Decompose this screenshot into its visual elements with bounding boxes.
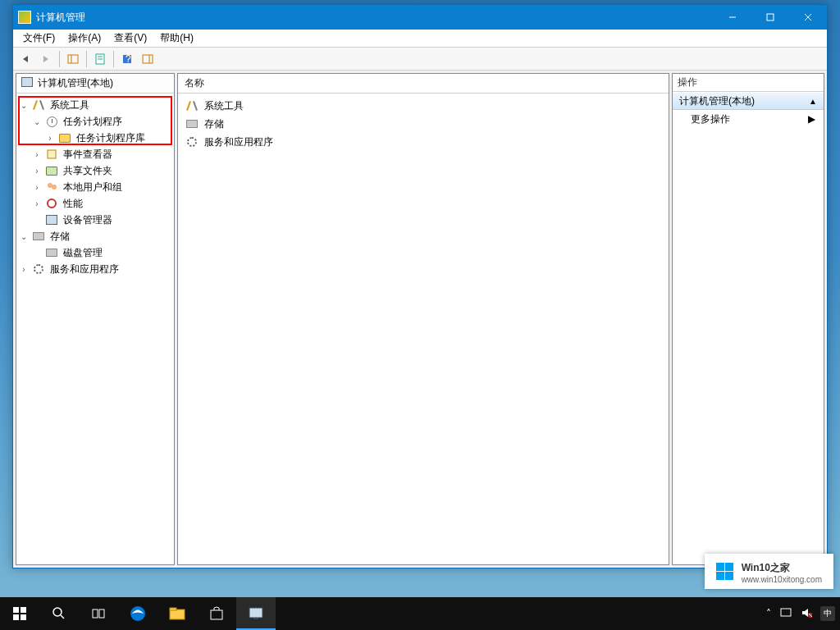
volume-icon[interactable] [801, 607, 812, 621]
menu-file[interactable]: 文件(F) [16, 30, 62, 47]
tree-label: 系统工具 [48, 98, 92, 113]
action-more[interactable]: 更多操作 ▶ [673, 110, 824, 128]
minimize-button[interactable] [714, 5, 751, 30]
tree-label: 共享文件夹 [61, 163, 115, 179]
search-button[interactable] [39, 597, 79, 630]
toolbar: ? [13, 48, 827, 71]
menu-action[interactable]: 操作(A) [62, 30, 107, 47]
column-header-name[interactable]: 名称 [178, 74, 669, 94]
close-button[interactable] [789, 5, 827, 30]
app-icon [18, 11, 31, 24]
forward-button[interactable] [37, 50, 55, 68]
tree-node-services-apps[interactable]: › 服务和应用程序 [18, 261, 172, 277]
tools-icon [32, 98, 45, 112]
taskbar-explorer[interactable] [158, 597, 197, 630]
watermark-text: Win10之家 www.win10xitong.com [742, 559, 822, 584]
tree-label: 任务计划程序库 [74, 130, 148, 146]
expand-icon[interactable] [31, 214, 43, 226]
svg-rect-23 [93, 609, 98, 618]
device-icon [45, 213, 58, 226]
computer-icon [21, 77, 34, 90]
tree-node-local-users-groups[interactable]: › 本地用户和组 [18, 179, 172, 195]
show-hide-tree-button[interactable] [64, 50, 82, 68]
svg-rect-30 [253, 618, 258, 619]
folder-icon [58, 131, 71, 144]
menu-bar: 文件(F) 操作(A) 查看(V) 帮助(H) [13, 30, 827, 48]
taskbar-edge[interactable] [118, 597, 158, 630]
expand-icon[interactable] [31, 247, 43, 258]
svg-rect-13 [48, 150, 56, 158]
list-item[interactable]: 系统工具 [181, 97, 665, 115]
action-label: 更多操作 [691, 112, 730, 126]
disk-icon [45, 246, 58, 259]
menu-help[interactable]: 帮助(H) [153, 30, 200, 47]
tree-node-device-manager[interactable]: 设备管理器 [18, 212, 172, 228]
expand-icon[interactable]: › [31, 198, 43, 209]
svg-rect-11 [143, 55, 153, 63]
expand-icon[interactable]: › [31, 148, 43, 160]
ime-indicator[interactable]: 中 [820, 606, 835, 621]
svg-rect-1 [767, 14, 774, 21]
list-item[interactable]: 存储 [181, 115, 665, 133]
chevron-right-icon: ▶ [808, 113, 815, 125]
users-icon [45, 180, 58, 194]
expand-icon[interactable]: › [44, 132, 56, 144]
actions-category-label: 计算机管理(本地) [679, 94, 755, 108]
svg-rect-26 [170, 609, 185, 619]
tree-node-task-scheduler-library[interactable]: › 任务计划程序库 [18, 130, 172, 146]
expand-icon[interactable]: › [31, 165, 43, 176]
tray-chevron-icon[interactable]: ˄ [766, 608, 771, 619]
expand-icon[interactable]: ⌄ [18, 231, 30, 242]
taskbar-store[interactable] [197, 597, 236, 630]
maximize-button[interactable] [751, 5, 789, 30]
tree-root-header[interactable]: 计算机管理(本地) [16, 74, 174, 94]
tree-node-event-viewer[interactable]: › 事件查看器 [18, 146, 172, 162]
list-item-label: 服务和应用程序 [204, 135, 273, 149]
tree-node-shared-folders[interactable]: › 共享文件夹 [18, 162, 172, 179]
actions-title-label: 操作 [678, 75, 697, 89]
expand-icon[interactable]: ⌄ [18, 99, 30, 111]
details-panel: 名称 系统工具 存储 服务和应用程序 [177, 73, 669, 565]
services-icon [185, 135, 199, 149]
watermark: Win10之家 www.win10xitong.com [705, 554, 833, 589]
help-button[interactable]: ? [118, 50, 136, 68]
svg-rect-31 [781, 609, 791, 616]
actions-category[interactable]: 计算机管理(本地) ▲ [673, 92, 824, 110]
svg-rect-28 [211, 610, 222, 619]
back-button[interactable] [16, 50, 34, 68]
start-button[interactable] [0, 597, 39, 630]
svg-rect-29 [249, 608, 262, 618]
tree-node-task-scheduler[interactable]: ⌄ 任务计划程序 [18, 113, 172, 130]
expand-icon[interactable]: ⌄ [31, 116, 43, 127]
toolbar-separator [113, 51, 114, 67]
svg-rect-18 [21, 607, 26, 613]
system-tray: ˄ 中 [766, 606, 840, 621]
svg-point-16 [48, 199, 56, 208]
svg-rect-4 [68, 55, 78, 63]
list-item[interactable]: 服务和应用程序 [181, 133, 665, 151]
expand-icon[interactable]: › [18, 263, 30, 275]
navigation-tree-panel: 计算机管理(本地) ⌄ 系统工具 ⌄ 任务计划程序 › 任务计划程序库 [16, 73, 175, 565]
menu-view[interactable]: 查看(V) [107, 30, 153, 47]
windows-logo-icon [716, 563, 733, 580]
task-view-button[interactable] [79, 597, 118, 630]
event-icon [45, 148, 58, 161]
tree-node-storage[interactable]: ⌄ 存储 [18, 228, 172, 244]
taskbar-computer-management[interactable] [236, 597, 276, 630]
expand-icon[interactable]: › [31, 181, 43, 193]
storage-icon [185, 116, 199, 131]
title-bar[interactable]: 计算机管理 [13, 5, 827, 30]
svg-rect-27 [170, 608, 176, 610]
tree-label: 任务计划程序 [61, 114, 125, 130]
services-icon [32, 262, 45, 276]
window-title: 计算机管理 [36, 11, 714, 25]
list-item-label: 存储 [204, 117, 224, 131]
tree-label: 存储 [48, 229, 72, 244]
tree-node-disk-management[interactable]: 磁盘管理 [18, 244, 172, 261]
network-icon[interactable] [779, 607, 792, 621]
tree-node-system-tools[interactable]: ⌄ 系统工具 [18, 97, 172, 113]
show-actions-button[interactable] [139, 50, 157, 68]
tree-node-performance[interactable]: › 性能 [18, 195, 172, 212]
svg-text:?: ? [126, 53, 131, 65]
properties-button[interactable] [91, 50, 109, 68]
